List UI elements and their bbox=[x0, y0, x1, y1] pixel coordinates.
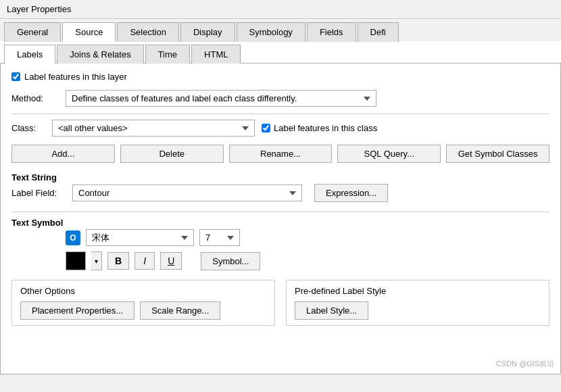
text-symbol-section: Text Symbol O 宋体 7 ▾ B I U Sym bbox=[11, 218, 550, 270]
font-select[interactable]: 宋体 bbox=[86, 229, 194, 246]
content-area: Label features in this layer Method: Def… bbox=[0, 64, 561, 374]
rename-button[interactable]: Rename... bbox=[229, 145, 333, 163]
bold-button[interactable]: B bbox=[107, 252, 129, 270]
italic-button[interactable]: I bbox=[135, 252, 155, 270]
label-style-button[interactable]: Label Style... bbox=[295, 301, 368, 320]
tab-labels[interactable]: Labels bbox=[4, 45, 55, 64]
title-bar: Layer Properties bbox=[0, 0, 561, 19]
divider-1 bbox=[11, 114, 550, 114]
bottom-row: Other Options Placement Properties... Sc… bbox=[11, 280, 550, 326]
symbol-button[interactable]: Symbol... bbox=[201, 252, 260, 270]
get-symbol-classes-button[interactable]: Get Symbol Classes bbox=[446, 145, 550, 163]
label-features-checkbox[interactable] bbox=[11, 72, 20, 81]
color-button[interactable] bbox=[66, 251, 86, 270]
tab-general[interactable]: General bbox=[4, 22, 61, 42]
method-select[interactable]: Define classes of features and label eac… bbox=[66, 90, 376, 107]
font-size-select[interactable]: 7 bbox=[199, 229, 240, 246]
label-field-label: Label Field: bbox=[11, 188, 66, 198]
tab-html[interactable]: HTML bbox=[191, 45, 241, 64]
font-icon: O bbox=[66, 230, 80, 245]
tab-selection[interactable]: Selection bbox=[117, 22, 178, 42]
underline-button[interactable]: U bbox=[160, 252, 182, 270]
tab-display[interactable]: Display bbox=[180, 22, 235, 42]
tab-source[interactable]: Source bbox=[62, 22, 116, 42]
font-row: O 宋体 7 bbox=[11, 229, 550, 246]
label-field-select[interactable]: Contour bbox=[72, 185, 302, 201]
tab-joins-relates[interactable]: Joins & Relates bbox=[57, 45, 143, 64]
label-features-row: Label features in this layer bbox=[11, 72, 550, 82]
tab-time[interactable]: Time bbox=[145, 45, 190, 64]
scale-range-button[interactable]: Scale Range... bbox=[140, 301, 220, 320]
style-row: ▾ B I U Symbol... bbox=[11, 251, 550, 270]
text-symbol-title: Text Symbol bbox=[11, 218, 550, 228]
expression-button[interactable]: Expression... bbox=[314, 184, 388, 202]
button-row: Add... Delete Rename... SQL Query... Get… bbox=[11, 145, 550, 163]
predefined-style-title: Pre-defined Label Style bbox=[295, 286, 541, 296]
other-options-title: Other Options bbox=[20, 286, 266, 296]
divider-2 bbox=[11, 212, 550, 212]
method-label: Method: bbox=[11, 93, 66, 103]
sql-query-button[interactable]: SQL Query... bbox=[337, 145, 441, 163]
window: Layer Properties General Source Selectio… bbox=[0, 0, 561, 374]
predefined-style-section: Pre-defined Label Style Label Style... bbox=[286, 280, 550, 326]
method-row: Method: Define classes of features and l… bbox=[11, 90, 550, 107]
tab-fields[interactable]: Fields bbox=[307, 22, 356, 42]
add-button[interactable]: Add... bbox=[11, 145, 115, 163]
label-field-row: Label Field: Contour Expression... bbox=[11, 184, 550, 202]
tab-row-1: General Source Selection Display Symbolo… bbox=[0, 19, 561, 42]
delete-button[interactable]: Delete bbox=[120, 145, 224, 163]
tab-row-2: Labels Joins & Relates Time HTML bbox=[0, 41, 561, 64]
text-string-section: Text String bbox=[11, 172, 550, 182]
other-options-section: Other Options Placement Properties... Sc… bbox=[11, 280, 275, 326]
window-title: Layer Properties bbox=[7, 4, 71, 14]
label-in-class-row: Label features in this class bbox=[262, 123, 377, 133]
tab-symbology[interactable]: Symbology bbox=[237, 22, 306, 42]
class-row: Class: <all other values> Label features… bbox=[11, 120, 550, 137]
class-label: Class: bbox=[11, 123, 45, 133]
tab-defi[interactable]: Defi bbox=[358, 22, 399, 42]
color-dropdown[interactable]: ▾ bbox=[91, 251, 102, 270]
label-in-class-text: Label features in this class bbox=[274, 123, 377, 133]
label-in-class-checkbox[interactable] bbox=[262, 124, 270, 132]
label-features-text: Label features in this layer bbox=[24, 72, 127, 82]
class-select[interactable]: <all other values> bbox=[52, 120, 255, 137]
text-string-title: Text String bbox=[11, 172, 550, 182]
placement-properties-button[interactable]: Placement Properties... bbox=[20, 301, 135, 320]
